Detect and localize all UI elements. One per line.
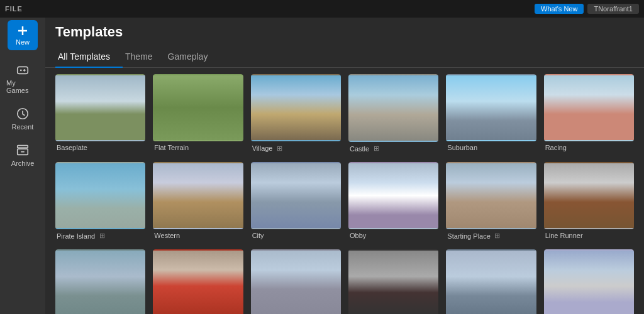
template-thumb-baseplate: [55, 74, 145, 141]
template-card-village[interactable]: Village ⊞: [251, 74, 341, 154]
content-area: Templates All Templates Theme Gameplay B…: [45, 18, 644, 314]
template-card-baseplate[interactable]: Baseplate: [55, 74, 145, 154]
svg-line-9: [23, 114, 25, 116]
template-card-flat-terrain[interactable]: Flat Terrain: [153, 74, 243, 154]
template-card-suburban[interactable]: Suburban: [446, 74, 536, 154]
template-card-city[interactable]: City: [251, 162, 341, 242]
template-label-suburban: Suburban: [446, 141, 536, 153]
gamepad-icon: [16, 63, 30, 77]
template-card-r3-1[interactable]: [55, 249, 145, 314]
new-label: New: [16, 38, 30, 46]
template-thumb-racing: [544, 74, 634, 141]
topbar: FILE What's New TNoraffrant1: [0, 0, 644, 18]
template-card-castle[interactable]: Castle ⊞: [348, 74, 438, 154]
template-thumb-r3-5: [446, 249, 536, 314]
template-thumb-obby: [348, 162, 438, 230]
template-card-obby[interactable]: Obby: [348, 162, 438, 242]
template-card-starting-place[interactable]: Starting Place ⊞: [446, 162, 536, 242]
sidebar: New My Games Recent: [0, 18, 45, 314]
sidebar-item-recent[interactable]: Recent: [4, 102, 42, 136]
archive-icon: [16, 143, 30, 157]
template-thumb-r3-6: [544, 249, 634, 314]
multi-icon-village: ⊞: [275, 144, 284, 153]
template-label-obby: Obby: [348, 229, 438, 241]
template-label-village: Village ⊞: [251, 141, 341, 154]
template-label-western: Western: [153, 229, 243, 241]
template-card-r3-4[interactable]: [348, 249, 438, 314]
multi-icon-castle: ⊞: [372, 144, 380, 153]
my-games-label: My Games: [6, 79, 39, 94]
tabs-bar: All Templates Theme Gameplay: [45, 40, 644, 68]
svg-rect-2: [18, 67, 28, 73]
template-thumb-suburban: [446, 74, 536, 141]
template-thumb-city: [251, 162, 341, 229]
template-label-flat-terrain: Flat Terrain: [153, 141, 243, 153]
file-label: FILE: [5, 5, 23, 13]
template-thumb-r3-1: [55, 249, 145, 314]
clock-icon: [16, 107, 30, 121]
template-thumb-starting-place: [446, 162, 536, 229]
username-display: TNoraffrant1: [587, 4, 639, 14]
multi-icon-pirate: ⊞: [97, 232, 106, 241]
svg-rect-10: [18, 146, 28, 148]
template-label-castle: Castle ⊞: [348, 142, 438, 154]
template-card-r3-5[interactable]: [446, 249, 536, 314]
template-label-line-runner: Line Runner: [544, 229, 634, 241]
main-layout: New My Games Recent: [0, 18, 644, 314]
template-thumb-flat-terrain: [153, 74, 243, 141]
template-thumb-castle: [348, 74, 438, 142]
archive-label: Archive: [11, 160, 35, 167]
template-thumb-r3-4: [348, 249, 438, 314]
tab-theme[interactable]: Theme: [123, 48, 165, 68]
tab-all-templates[interactable]: All Templates: [55, 48, 123, 68]
multi-icon-starting: ⊞: [493, 232, 502, 241]
template-label-baseplate: Baseplate: [55, 141, 145, 153]
tab-gameplay[interactable]: Gameplay: [165, 48, 221, 68]
topbar-right: What's New TNoraffrant1: [535, 4, 639, 14]
template-thumb-r3-2: [153, 249, 243, 314]
sidebar-item-archive[interactable]: Archive: [4, 138, 42, 172]
template-thumb-r3-3: [251, 249, 341, 314]
template-card-r3-2[interactable]: [153, 249, 243, 314]
template-card-r3-3[interactable]: [251, 249, 341, 314]
sidebar-item-my-games[interactable]: My Games: [4, 58, 42, 99]
template-thumb-western: [153, 162, 243, 229]
template-card-pirate-island[interactable]: Pirate Island ⊞: [55, 162, 145, 242]
svg-point-4: [20, 70, 22, 72]
new-button[interactable]: New: [8, 20, 38, 50]
whats-new-button[interactable]: What's New: [535, 4, 584, 14]
template-label-pirate-island: Pirate Island ⊞: [55, 229, 145, 242]
template-thumb-line-runner: [544, 162, 634, 229]
template-label-starting-place: Starting Place ⊞: [446, 229, 536, 242]
template-card-line-runner[interactable]: Line Runner: [544, 162, 634, 242]
template-thumb-pirate-island: [55, 162, 145, 229]
templates-grid-container: Baseplate Flat Terrain Village ⊞: [45, 68, 644, 314]
template-card-western[interactable]: Western: [153, 162, 243, 242]
templates-grid: Baseplate Flat Terrain Village ⊞: [55, 74, 634, 314]
plus-icon: [16, 24, 29, 37]
template-card-r3-6[interactable]: [544, 249, 634, 314]
recent-label: Recent: [12, 123, 34, 131]
template-thumb-village: [251, 74, 341, 141]
template-label-city: City: [251, 229, 341, 241]
page-title: Templates: [45, 18, 644, 40]
template-label-racing: Racing: [544, 141, 634, 153]
template-card-racing[interactable]: Racing: [544, 74, 634, 154]
